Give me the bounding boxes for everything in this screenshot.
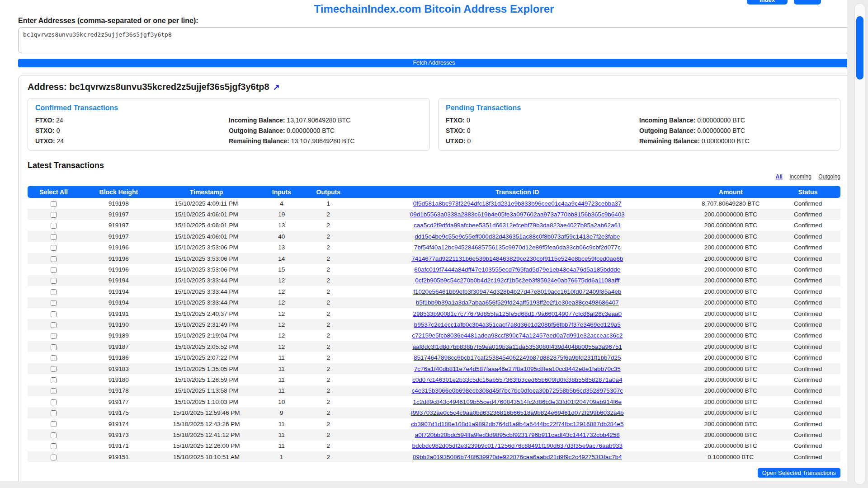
confirmed-ftxo: FTXO: 24 (35, 116, 229, 125)
amount-cell: 200.00000000 BTC (686, 363, 775, 374)
filter-outgoing-link[interactable]: Outgoing (818, 174, 840, 180)
select-transaction-checkbox[interactable] (51, 410, 57, 416)
transaction-id-link[interactable]: dd15e4be9c55e9c55eff000d32d436351ac88c0f… (415, 233, 620, 240)
transaction-id-link[interactable]: 7414677ad9221131b6e539b148463829ce230cbf… (411, 255, 623, 262)
select-transaction-checkbox[interactable] (51, 377, 57, 383)
select-transaction-checkbox[interactable] (51, 289, 57, 295)
transaction-id-link[interactable]: b9537c2e1ecc1afb0c3b4a351cacf7a8d36e1d20… (414, 321, 621, 328)
status-cell: Confirmed (775, 308, 840, 319)
select-cell (28, 341, 80, 352)
utxo-label: UTXO: (35, 137, 55, 145)
timestamp-cell: 15/10/2025 2:40:37 PM (158, 308, 255, 319)
transaction-id-link[interactable]: 7bf54f40a12bc945284685756135c9970d12e89f… (414, 244, 621, 251)
transaction-id-link[interactable]: c72159e5fcb8036e4481adea98ccf890c74a1245… (412, 332, 623, 339)
transaction-id-link[interactable]: 60afc019f7444a84dff47e103555ecd7f65fad5d… (414, 266, 620, 273)
select-transaction-checkbox[interactable] (51, 245, 57, 251)
filter-incoming-link[interactable]: Incoming (789, 174, 811, 180)
address-heading-text: Address: bc1qvrwzs8unvu35kcred2z5ujjef36… (28, 82, 269, 92)
pending-incoming-balance: Incoming Balance: 0.00000000 BTC (639, 116, 833, 125)
status-cell: Confirmed (775, 198, 840, 209)
select-transaction-checkbox[interactable] (51, 234, 57, 240)
transaction-id-link[interactable]: caa5cd2f9dfda99afcbee5351d66312efcebf79b… (414, 222, 621, 229)
select-transaction-checkbox[interactable] (51, 223, 57, 229)
select-transaction-checkbox[interactable] (51, 212, 57, 218)
latest-transactions-heading: Latest Transactions (28, 161, 840, 171)
status-cell: Confirmed (775, 231, 840, 242)
transaction-id-link[interactable]: 0f5d581a8bc973f2294dfc18f31d231e9b833b96… (413, 200, 622, 207)
select-cell (28, 352, 80, 363)
transaction-id-link[interactable]: bdcbdc982d05df2e3239b9c0171256d76c88491f… (412, 442, 623, 449)
transaction-id-link[interactable]: 09d1b5563a0338a2883c619b4e05fe3a097602aa… (410, 211, 625, 218)
amount-cell: 200.00000000 BTC (686, 242, 775, 253)
select-cell (28, 363, 80, 374)
transaction-filters: All Incoming Outgoing (28, 174, 840, 180)
select-transaction-checkbox[interactable] (51, 455, 57, 460)
transaction-id-link[interactable]: 0cf2b905b9c54c270b0b4d2c192cf1b5c2eb3f85… (415, 277, 619, 284)
select-cell (28, 396, 80, 407)
outputs-cell: 2 (308, 352, 349, 363)
nav-transactions-button[interactable]: Transactions (794, 0, 821, 5)
transaction-id-link[interactable]: c0d07c146301e2b33c5dc16ab557363fb3ced65b… (412, 376, 623, 383)
utxo-label: UTXO: (446, 137, 466, 145)
col-header-inputs: Inputs (255, 186, 308, 198)
select-transaction-checkbox[interactable] (51, 267, 57, 273)
transaction-id-link[interactable]: f9937032ae0c5c4c9aa0bd63236816b66518a9b8… (411, 409, 624, 416)
status-cell: Confirmed (775, 253, 840, 264)
transaction-row: 91918915/10/2025 2:19:04 PM122c72159e5fc… (28, 330, 840, 341)
inputs-cell: 12 (255, 319, 308, 330)
transaction-id-link[interactable]: 85174647898cc6bcb17caf2538454062249b87d8… (414, 354, 621, 361)
select-transaction-checkbox[interactable] (51, 201, 57, 207)
outputs-cell: 2 (308, 385, 349, 396)
transaction-row: 91919415/10/2025 3:33:44 PM1220cf2b905b9… (28, 275, 840, 286)
select-transaction-checkbox[interactable] (51, 366, 57, 372)
txid-cell: 7bf54f40a12bc945284685756135c9970d12e89f… (349, 242, 686, 253)
select-transaction-checkbox[interactable] (51, 399, 57, 405)
transaction-id-link[interactable]: cb3907d1d180e108d1a9892db764d1a9b4a6444b… (411, 421, 624, 427)
open-selected-transactions-button[interactable]: Open Selected Transactions (758, 468, 840, 478)
outputs-cell: 2 (308, 407, 349, 418)
status-cell: Confirmed (775, 297, 840, 308)
external-link-icon[interactable]: ↗ (273, 83, 280, 92)
select-transaction-checkbox[interactable] (51, 278, 57, 284)
inputs-cell: 10 (255, 396, 308, 407)
transaction-id-link[interactable]: 298533b90081c7c77679d855fa125fe5d68d179a… (413, 310, 622, 317)
status-cell: Confirmed (775, 209, 840, 220)
timestamp-cell: 15/10/2025 1:13:58 PM (158, 385, 255, 396)
utxo-value: 0 (467, 137, 471, 145)
nav-timechain-index-button[interactable]: Timechain Index (747, 0, 788, 5)
scrollbar-track[interactable] (854, 3, 865, 485)
transaction-id-link[interactable]: f1020e56461bb9efb3f309474d328b4b27d47e80… (413, 288, 621, 295)
fetch-addresses-button[interactable]: Fetch Addresses (18, 59, 850, 67)
transaction-id-link[interactable]: 1c2d89c843c4946109b55ced4760843514fc2d86… (413, 399, 622, 405)
outgoing-balance-value: 0.00000000 BTC (287, 127, 335, 134)
txid-cell: c4e315b3066e0b698ecb308d45f7bc7bc0dfeca3… (349, 385, 686, 396)
addresses-input[interactable] (18, 27, 850, 53)
transaction-id-link[interactable]: b5f1bb9b39a1a3da7abaa656f529fd24aff5193f… (416, 299, 619, 306)
select-cell (28, 220, 80, 231)
addresses-label: Enter Addresses (comma-separated or one … (18, 17, 850, 25)
select-transaction-checkbox[interactable] (51, 311, 57, 317)
transaction-id-link[interactable]: c4e315b3066e0b698ecb308d45f7bc7bc0dfeca3… (411, 387, 623, 394)
transaction-id-link[interactable]: 09bb2a01935086b748f639970de922876caa6aab… (413, 454, 622, 460)
select-transaction-checkbox[interactable] (51, 443, 57, 449)
transaction-id-link[interactable]: a0f720bb20bdc594ffa9fed3d9895cbf9231796b… (415, 432, 620, 438)
select-transaction-checkbox[interactable] (51, 421, 57, 427)
filter-all-link[interactable]: All (776, 174, 783, 180)
pending-ftxo: FTXO: 0 (446, 116, 639, 125)
scrollbar-thumb[interactable] (856, 16, 863, 80)
transaction-id-link[interactable]: aaf8dc3f1d8d7bb838b7f59ea019b3a11da53530… (412, 343, 622, 350)
outputs-cell: 2 (308, 374, 349, 385)
page-title: TimechainIndex.com Bitcoin Address Explo… (18, 3, 850, 15)
select-transaction-checkbox[interactable] (51, 432, 57, 438)
select-transaction-checkbox[interactable] (51, 355, 57, 361)
transaction-id-link[interactable]: 7c76a1f40db811e7e4d587faaa46e27f8a1095c8… (414, 366, 621, 372)
select-transaction-checkbox[interactable] (51, 256, 57, 262)
select-transaction-checkbox[interactable] (51, 300, 57, 306)
select-transaction-checkbox[interactable] (51, 322, 57, 328)
select-transaction-checkbox[interactable] (51, 333, 57, 339)
txid-cell: a0f720bb20bdc594ffa9fed3d9895cbf9231796b… (349, 429, 686, 440)
select-transaction-checkbox[interactable] (51, 344, 57, 350)
transaction-row: 91919715/10/2025 4:06:01 PM402dd15e4be9c… (28, 231, 840, 242)
transaction-row: 91919015/10/2025 2:31:49 PM122b9537c2e1e… (28, 319, 840, 330)
select-transaction-checkbox[interactable] (51, 388, 57, 394)
